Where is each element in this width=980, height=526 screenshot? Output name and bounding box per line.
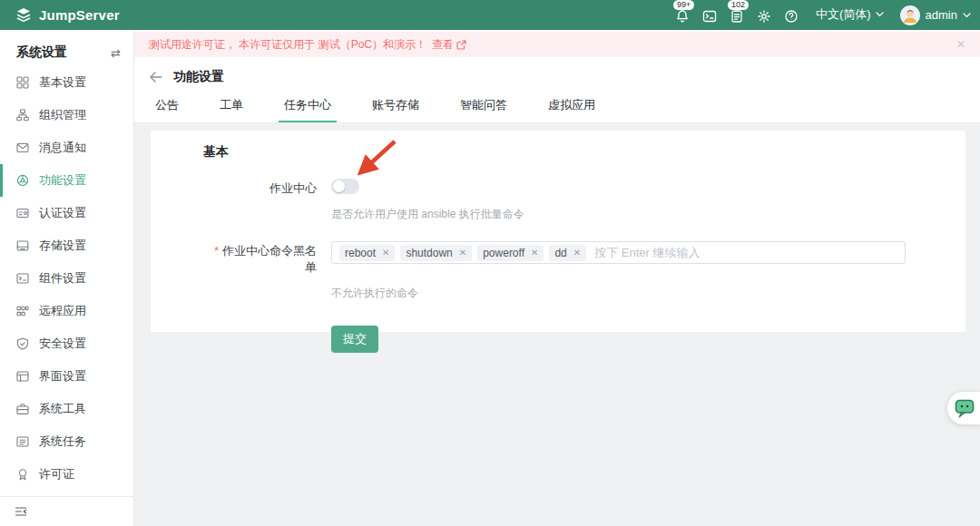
sidebar-item-label: 组件设置 <box>39 270 86 287</box>
tab[interactable]: 工单 <box>214 97 249 122</box>
app-logo-text: JumpServer <box>39 7 120 23</box>
banner-close-icon[interactable]: ✕ <box>956 38 965 51</box>
page-title: 功能设置 <box>173 69 224 85</box>
chevron-down-icon <box>963 13 971 18</box>
sidebar-item-label: 功能设置 <box>39 172 86 189</box>
tab[interactable]: 任务中心 <box>279 97 337 122</box>
sidebar-title: 系统设置 <box>16 44 67 61</box>
help-button[interactable] <box>778 0 805 30</box>
license-icon <box>16 468 29 481</box>
sidebar-item-label: 系统任务 <box>39 433 86 450</box>
sidebar-item-label: 存储设置 <box>39 238 86 254</box>
tab[interactable]: 智能问答 <box>455 97 513 122</box>
section-title-basic: 基本 <box>203 144 965 161</box>
gear-icon <box>757 9 771 24</box>
terminal-icon <box>16 272 29 285</box>
shield-icon <box>16 337 29 350</box>
id-card-icon <box>16 207 29 219</box>
avatar <box>900 5 920 25</box>
sidebar-item-label: 基本设置 <box>39 74 86 91</box>
jumpserver-logo-icon <box>15 6 33 24</box>
clipboard-icon <box>730 9 744 24</box>
blacklist-tag: shutdown✕ <box>400 245 472 261</box>
sidebar-item[interactable]: 系统任务 <box>0 425 133 458</box>
task-icon <box>16 435 29 448</box>
message-icon <box>16 141 29 154</box>
settings-card: 基本 作业中心 是否允许用户使用 ansible 执行批量命令 *作业中心命令黑… <box>151 131 965 332</box>
username-label: admin <box>926 8 957 22</box>
toolbox-icon <box>16 403 29 415</box>
user-menu[interactable]: admin <box>900 5 971 25</box>
blacklist-tag: dd✕ <box>549 245 586 261</box>
feature-icon <box>16 174 29 187</box>
grid-icon <box>16 76 29 89</box>
submit-button[interactable]: 提交 <box>331 326 378 353</box>
top-header-bar: JumpServer 99+ 102 <box>0 0 980 30</box>
job-center-label: 作业中心 <box>203 179 317 197</box>
sidebar-item[interactable]: 系统工具 <box>0 393 133 425</box>
license-banner: 测试用途许可证， 本许可证仅用于 测试（PoC）和演示！ 查看 ✕ <box>134 32 980 57</box>
terminal-window-icon <box>702 9 717 24</box>
blacklist-tag: reboot✕ <box>339 245 395 261</box>
language-label: 中文(简体) <box>816 6 871 23</box>
notifications-button[interactable]: 99+ <box>669 0 696 30</box>
sidebar-item[interactable]: 组件设置 <box>0 262 133 295</box>
remove-tag-icon[interactable]: ✕ <box>382 248 389 258</box>
bell-icon <box>675 9 690 24</box>
required-asterisk: * <box>214 244 219 258</box>
view-switch-icon[interactable]: ⇄ <box>111 46 121 60</box>
blacklist-help: 不允许执行的命令 <box>331 286 965 301</box>
language-selector[interactable]: 中文(简体) <box>816 0 884 30</box>
sidebar-item[interactable]: 远程应用 <box>0 295 133 327</box>
tab[interactable]: 虚拟应用 <box>543 97 601 122</box>
ticket-count-badge: 102 <box>728 0 749 10</box>
main-content: 测试用途许可证， 本许可证仅用于 测试（PoC）和演示！ 查看 ✕ <box>134 30 980 526</box>
system-settings-button[interactable] <box>750 0 778 30</box>
sidebar-item-label: 组织管理 <box>39 107 86 123</box>
sidebar-item-label: 远程应用 <box>39 303 86 319</box>
sidebar-item[interactable]: 消息通知 <box>0 132 133 164</box>
tickets-button[interactable]: 102 <box>723 0 750 30</box>
tab-bar: 公告工单任务中心账号存储智能问答虚拟应用 <box>150 97 980 122</box>
remove-tag-icon[interactable]: ✕ <box>459 248 466 258</box>
sidebar-item-label: 系统工具 <box>39 401 86 417</box>
remove-tag-icon[interactable]: ✕ <box>531 248 538 258</box>
notification-count-badge: 99+ <box>673 0 694 10</box>
question-circle-icon <box>784 9 799 24</box>
sidebar-item-label: 消息通知 <box>39 140 86 156</box>
collapse-sidebar-button[interactable] <box>0 496 133 526</box>
sidebar-item[interactable]: 界面设置 <box>0 360 133 393</box>
support-chat-button[interactable] <box>947 392 980 424</box>
sidebar-item[interactable]: 基本设置 <box>0 66 133 99</box>
sidebar-item-label: 许可证 <box>39 466 74 482</box>
sidebar-item[interactable]: 组织管理 <box>0 99 133 132</box>
license-view-link[interactable]: 查看 <box>432 37 466 53</box>
app-logo[interactable]: JumpServer <box>15 6 120 24</box>
web-terminal-button[interactable] <box>696 0 723 30</box>
sidebar-item-label: 认证设置 <box>39 205 86 221</box>
external-link-icon <box>456 40 466 50</box>
sidebar-item-label: 安全设置 <box>39 336 86 352</box>
blacklist-placeholder: 按下 Enter 继续输入 <box>594 245 700 261</box>
blacklist-tag-input[interactable]: reboot✕shutdown✕poweroff✕dd✕按下 Enter 继续输… <box>331 241 906 264</box>
blacklist-tag: poweroff✕ <box>477 245 544 261</box>
sidebar: 系统设置 ⇄ 基本设置组织管理消息通知功能设置认证设置存储设置组件设置远程应用安… <box>0 30 134 526</box>
remove-tag-icon[interactable]: ✕ <box>573 248 581 258</box>
sidebar-item[interactable]: 功能设置 <box>0 164 133 197</box>
back-button[interactable] <box>150 72 162 83</box>
chat-bubble-icon <box>955 399 975 418</box>
sidebar-item[interactable]: 安全设置 <box>0 327 133 360</box>
org-tree-icon <box>16 109 29 122</box>
sidebar-item-label: 界面设置 <box>39 368 86 385</box>
collapse-menu-icon <box>15 505 27 518</box>
chevron-down-icon <box>876 12 884 17</box>
sidebar-item[interactable]: 存储设置 <box>0 229 133 262</box>
sidebar-item[interactable]: 许可证 <box>0 458 133 491</box>
sidebar-menu: 基本设置组织管理消息通知功能设置认证设置存储设置组件设置远程应用安全设置界面设置… <box>0 66 133 496</box>
storage-icon <box>16 239 29 252</box>
sidebar-item[interactable]: 认证设置 <box>0 197 133 229</box>
tab[interactable]: 公告 <box>150 97 184 122</box>
page-header: 功能设置 公告工单任务中心账号存储智能问答虚拟应用 <box>134 57 980 123</box>
tab[interactable]: 账号存储 <box>367 97 425 122</box>
job-center-toggle[interactable] <box>331 179 359 194</box>
